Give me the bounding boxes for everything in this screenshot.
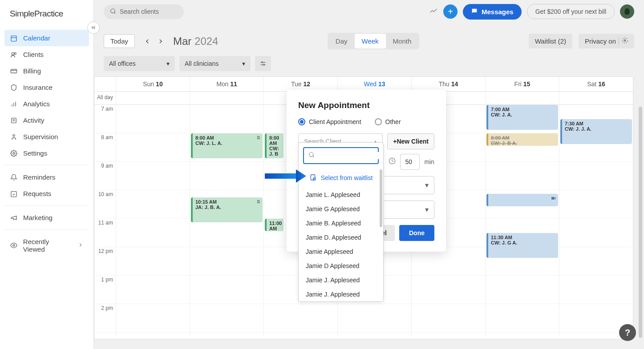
sidebar-item-requests[interactable]: Requests — [4, 185, 89, 202]
sidebar-item-label: Supervision — [23, 133, 58, 140]
event-block[interactable]: 8:00 AM CW: J. B A. — [486, 133, 558, 146]
supervision-icon — [10, 133, 18, 140]
radio-other[interactable]: Other — [375, 118, 401, 125]
day-header-fri[interactable]: Fri 15 — [485, 77, 559, 91]
messages-label: Messages — [482, 8, 514, 16]
sidebar-item-label: Activity — [23, 116, 45, 124]
event-block[interactable] — [486, 194, 558, 206]
settings-icon-button[interactable] — [255, 56, 271, 71]
client-option[interactable]: Jamie Appleseed — [299, 245, 383, 259]
next-button[interactable] — [154, 35, 167, 48]
day-col-sat[interactable]: 7:30 AM CW: J. J. A. — [559, 105, 633, 336]
sidebar-item-marketing[interactable]: Marketing — [4, 209, 89, 226]
svg-line-27 — [313, 156, 314, 157]
sidebar-item-label: Analytics — [23, 100, 50, 108]
client-option[interactable]: Jamie J. Appleseed — [299, 287, 383, 301]
modal-title: New Appointment — [298, 100, 434, 110]
event-block[interactable]: 7:00 AM CW: J. A. — [486, 105, 558, 130]
search-icon — [308, 152, 315, 160]
day-header-sat[interactable]: Sat 16 — [559, 77, 633, 91]
sidebar-item-supervision[interactable]: Supervision — [4, 128, 89, 145]
messages-button[interactable]: Messages — [463, 4, 522, 20]
sidebar-item-label: Calendar — [23, 34, 50, 42]
calendar-icon — [10, 35, 18, 42]
svg-rect-0 — [11, 36, 16, 41]
event-block[interactable]: 🗎 8:00 AM CW: J. L. A. — [191, 133, 263, 158]
view-toggle: Day Week Month — [328, 33, 419, 49]
prev-button[interactable] — [141, 35, 154, 48]
search-icon — [110, 8, 116, 16]
done-button[interactable]: Done — [399, 225, 434, 241]
privacy-toggle[interactable]: Privacy on — [579, 34, 634, 48]
sidebar-item-label: Billing — [23, 67, 41, 75]
day-header-thu[interactable]: Thu 14 — [411, 77, 485, 91]
sidebar-item-insurance[interactable]: Insurance — [4, 79, 89, 96]
client-option[interactable]: Jamie D Appleseed — [299, 259, 383, 273]
sidebar-item-billing[interactable]: Billing — [4, 63, 89, 79]
sidebar-item-label: Insurance — [23, 84, 53, 91]
client-option[interactable]: Jamie J. Appleseed — [299, 273, 383, 287]
sidebar-item-activity[interactable]: Activity — [4, 112, 89, 128]
event-block[interactable]: 7:30 AM CW: J. J. A. — [560, 119, 632, 144]
sidebar-item-clients[interactable]: Clients — [4, 46, 89, 63]
event-block[interactable]: 11:00 AM CW: J. G — [265, 219, 284, 231]
search-placeholder: Search clients — [120, 8, 159, 15]
svg-point-22 — [263, 64, 265, 65]
event-block[interactable]: 🗎 10:15 AM JA: J. B. A. — [191, 197, 263, 222]
dropdown-search-input[interactable] — [303, 147, 379, 164]
user-avatar[interactable] — [620, 4, 634, 19]
nav-divider — [4, 165, 89, 165]
view-day[interactable]: Day — [328, 34, 355, 48]
svg-point-12 — [13, 134, 15, 136]
trend-icon[interactable] — [429, 6, 438, 17]
chevron-right-icon — [77, 242, 84, 249]
day-col-sun[interactable] — [116, 105, 190, 336]
month-label: Mar 2024 — [173, 35, 218, 48]
page-scrollbar[interactable] — [639, 107, 642, 338]
day-header-mon[interactable]: Mon 11 — [190, 77, 263, 91]
event-block[interactable]: 11:30 AM CW: J. G A. — [486, 233, 558, 258]
eye-icon — [10, 242, 18, 249]
doc-icon: 🗎 — [256, 199, 261, 204]
svg-point-2 — [12, 52, 14, 55]
waitlist-button[interactable]: Waitlist (2) — [529, 34, 572, 48]
video-icon — [551, 196, 556, 202]
filter-clinicians[interactable]: All clinicians ▾ — [179, 56, 251, 71]
select-from-waitlist-button[interactable]: Select from waitlist — [299, 168, 383, 188]
search-clients-input[interactable]: Search clients — [104, 4, 184, 19]
sidebar-item-recently-viewed[interactable]: Recently Viewed — [4, 233, 89, 257]
radio-client-appointment[interactable]: Client Appointment — [298, 118, 361, 125]
sidebar-item-calendar[interactable]: Calendar — [4, 30, 89, 46]
day-header-sun[interactable]: Sun 10 — [116, 77, 190, 91]
add-button[interactable]: + — [443, 4, 458, 19]
day-col-mon[interactable]: 🗎 8:00 AM CW: J. L. A. 🗎 10:15 AM JA: J.… — [190, 105, 263, 336]
help-button[interactable]: ? — [619, 324, 636, 341]
view-week[interactable]: Week — [355, 34, 386, 48]
client-option[interactable]: Jamie D. Appleseed — [299, 230, 383, 245]
dropdown-scrollbar[interactable] — [380, 169, 382, 227]
client-option[interactable]: Jamie B. Appleseed — [299, 216, 383, 230]
promo-button[interactable]: Get $200 off your next bill — [527, 4, 615, 19]
sidebar-item-label: Requests — [23, 190, 51, 197]
collapse-sidebar-button[interactable] — [87, 21, 100, 34]
new-client-button[interactable]: +New Client — [387, 133, 434, 149]
view-month[interactable]: Month — [386, 34, 419, 48]
client-search-dropdown: Select from waitlist Jamie L. Appleseed … — [298, 142, 384, 302]
event-block[interactable]: 8:00 AM CW: J. B — [265, 133, 284, 158]
radio-unchecked-icon — [375, 118, 382, 125]
megaphone-icon — [10, 214, 18, 221]
client-option[interactable]: Jamie L. Appleseed — [299, 188, 383, 202]
today-button[interactable]: Today — [104, 34, 135, 48]
sidebar-item-analytics[interactable]: Analytics — [4, 96, 89, 112]
client-option[interactable]: Jamie G Appleseed — [299, 202, 383, 216]
card-icon — [10, 68, 18, 75]
filter-offices[interactable]: All offices ▾ — [104, 56, 175, 71]
day-header-wed[interactable]: Wed 13 — [337, 77, 411, 91]
sidebar-item-reminders[interactable]: Reminders — [4, 169, 89, 185]
sidebar-item-settings[interactable]: Settings — [4, 145, 89, 161]
caret-down-icon: ▾ — [242, 60, 245, 67]
day-col-fri[interactable]: 7:00 AM CW: J. A. 8:00 AM CW: J. B A. 11… — [485, 105, 559, 336]
day-header-tue[interactable]: Tue 12 — [263, 77, 337, 91]
duration-input[interactable] — [400, 154, 420, 170]
bell-icon — [10, 174, 18, 181]
